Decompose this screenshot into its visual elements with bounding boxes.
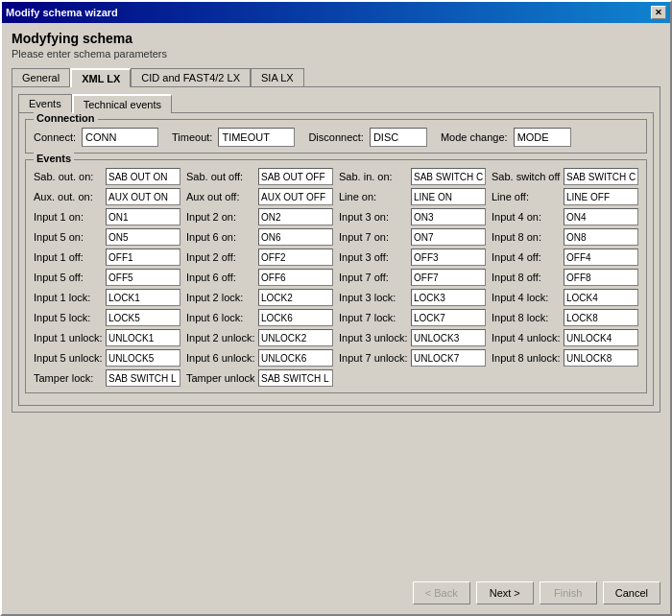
event-label: Sab. out off: <box>186 171 255 182</box>
event-cell: Input 2 on: <box>186 208 333 225</box>
event-input[interactable] <box>411 208 486 225</box>
close-button[interactable]: ✕ <box>651 6 666 19</box>
event-label: Input 1 off: <box>34 251 103 263</box>
event-label: Input 3 off: <box>339 251 408 263</box>
event-label: Input 8 on: <box>492 231 561 243</box>
event-cell: Input 7 on: <box>339 228 486 246</box>
next-button[interactable]: Next > <box>476 581 534 604</box>
event-input[interactable] <box>106 168 180 185</box>
event-label: Input 7 off: <box>339 272 408 283</box>
event-input[interactable] <box>106 289 180 306</box>
event-label: Tamper lock: <box>34 372 103 384</box>
event-cell: Input 6 off: <box>186 269 333 286</box>
event-input[interactable] <box>411 269 486 286</box>
event-cell: Input 5 on: <box>34 228 180 246</box>
main-window: Modify schema wizard ✕ Modyfying schema … <box>0 0 672 616</box>
event-input[interactable] <box>258 289 333 306</box>
event-input[interactable] <box>564 168 638 185</box>
connect-input[interactable] <box>82 128 158 147</box>
page-title: Modyfying schema <box>12 31 660 46</box>
event-input[interactable] <box>258 188 333 205</box>
event-label: Input 5 off: <box>34 272 103 283</box>
event-input[interactable] <box>411 228 486 246</box>
tab-general[interactable]: General <box>12 68 70 87</box>
event-label: Input 3 lock: <box>339 292 408 303</box>
event-input[interactable] <box>258 349 333 367</box>
event-input[interactable] <box>564 269 638 286</box>
event-label: Input 7 on: <box>339 231 408 243</box>
mode-change-input[interactable] <box>514 128 571 147</box>
event-input[interactable] <box>258 269 333 286</box>
event-label: Input 4 lock: <box>492 292 561 303</box>
back-button[interactable]: < Back <box>413 581 470 604</box>
disconnect-input[interactable] <box>370 128 427 147</box>
tab-events[interactable]: Events <box>18 94 72 113</box>
event-label: Input 2 unlock: <box>186 332 255 344</box>
event-input[interactable] <box>564 349 638 367</box>
event-cell: Input 4 on: <box>492 208 638 225</box>
cancel-button[interactable]: Cancel <box>603 581 660 604</box>
event-cell: Input 4 off: <box>492 249 638 266</box>
connection-label: Connection <box>34 112 98 124</box>
event-input[interactable] <box>564 228 638 246</box>
event-input[interactable] <box>106 349 180 367</box>
event-input[interactable] <box>564 329 638 346</box>
event-input[interactable] <box>411 329 486 346</box>
event-label: Input 4 off: <box>492 251 561 263</box>
event-cell: Input 8 on: <box>492 228 638 246</box>
event-cell: Input 7 unlock: <box>339 349 486 367</box>
tab-cid-fast[interactable]: CID and FAST4/2 LX <box>131 68 251 87</box>
event-input[interactable] <box>411 309 486 326</box>
event-input[interactable] <box>564 188 638 205</box>
outer-tabs: General XML LX CID and FAST4/2 LX SIA LX <box>12 67 660 86</box>
event-input[interactable] <box>564 208 638 225</box>
event-cell: Input 3 lock: <box>339 289 486 306</box>
event-cell: Aux. out. on: <box>34 188 180 205</box>
tab-technical-events[interactable]: Technical events <box>72 94 172 113</box>
event-input[interactable] <box>258 208 333 225</box>
event-input[interactable] <box>411 168 486 185</box>
connection-row: Connect: Timeout: Disconnect: Mode chang… <box>34 128 638 147</box>
event-cell: Input 5 off: <box>34 269 180 286</box>
event-input[interactable] <box>411 289 486 306</box>
timeout-input[interactable] <box>218 128 295 147</box>
event-input[interactable] <box>258 168 333 185</box>
event-cell: Input 1 on: <box>34 208 180 225</box>
event-label: Input 1 unlock: <box>34 332 103 344</box>
title-bar-buttons: ✕ <box>651 6 666 19</box>
event-input[interactable] <box>106 249 180 266</box>
tab-sia-lx[interactable]: SIA LX <box>251 68 304 87</box>
tab-xml-lx[interactable]: XML LX <box>70 68 131 87</box>
event-input[interactable] <box>106 329 180 346</box>
event-input[interactable] <box>411 349 486 367</box>
event-cell: Tamper lock: <box>34 369 180 387</box>
event-input[interactable] <box>106 269 180 286</box>
event-input[interactable] <box>564 289 638 306</box>
event-input[interactable] <box>258 249 333 266</box>
event-input[interactable] <box>258 228 333 246</box>
event-input[interactable] <box>106 208 180 225</box>
inner-tabs: Events Technical events <box>18 93 654 112</box>
event-cell: Input 8 lock: <box>492 309 638 326</box>
event-input[interactable] <box>411 249 486 266</box>
event-cell <box>492 369 638 387</box>
event-label: Input 7 lock: <box>339 312 408 323</box>
events-section: Events Sab. out. on:Sab. out off:Sab. in… <box>25 159 647 393</box>
event-cell: Input 2 lock: <box>186 289 333 306</box>
event-input[interactable] <box>106 309 180 326</box>
event-input[interactable] <box>258 329 333 346</box>
event-input[interactable] <box>106 188 180 205</box>
event-label: Sab. in. on: <box>339 171 408 182</box>
event-cell: Line off: <box>492 188 638 205</box>
event-input[interactable] <box>564 249 638 266</box>
event-input[interactable] <box>564 309 638 326</box>
finish-button[interactable]: Finish <box>540 581 597 604</box>
event-input[interactable] <box>106 228 180 246</box>
event-cell: Input 6 lock: <box>186 309 333 326</box>
event-input[interactable] <box>411 188 486 205</box>
event-input[interactable] <box>258 309 333 326</box>
event-cell: Input 1 lock: <box>34 289 180 306</box>
event-cell: Input 7 lock: <box>339 309 486 326</box>
event-input[interactable] <box>106 369 180 387</box>
event-input[interactable] <box>258 369 333 387</box>
